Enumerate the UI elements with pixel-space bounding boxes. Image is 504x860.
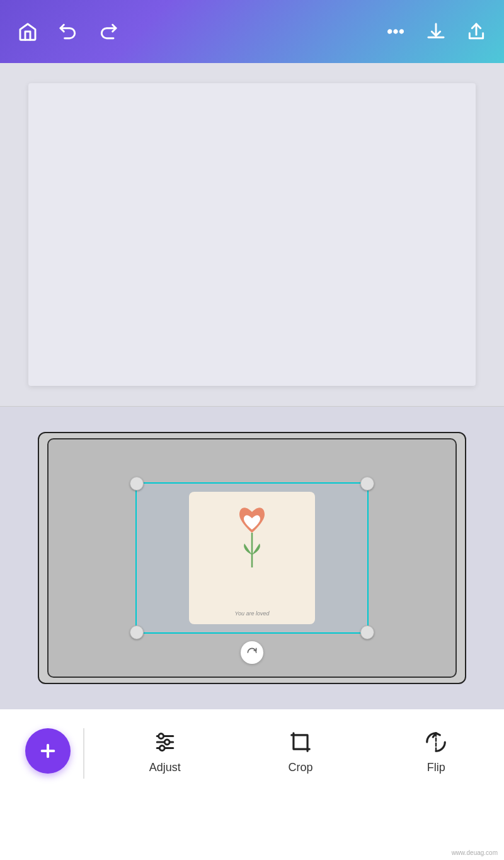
svg-point-9: [164, 740, 169, 745]
canvas-page[interactable]: [28, 83, 476, 386]
crop-icon: [287, 728, 314, 756]
svg-point-2: [400, 30, 403, 33]
svg-point-11: [159, 746, 164, 751]
undo-button[interactable]: [55, 19, 81, 44]
svg-point-7: [158, 734, 163, 739]
adjust-tool[interactable]: Adjust: [134, 728, 197, 774]
top-bar-right-actions: [383, 19, 489, 44]
adjust-label: Adjust: [149, 761, 181, 774]
add-fab-button[interactable]: [25, 728, 71, 774]
crop-handle-bottom-left[interactable]: [130, 625, 144, 639]
flip-icon: [422, 728, 450, 756]
toolbar-divider: [83, 728, 84, 779]
svg-point-0: [389, 30, 391, 33]
flip-tool[interactable]: Flip: [404, 728, 467, 774]
redo-button[interactable]: [96, 19, 121, 44]
home-button[interactable]: [15, 19, 40, 44]
top-bar-left-actions: [15, 19, 121, 44]
share-button[interactable]: [464, 19, 489, 44]
crop-handle-top-right[interactable]: [360, 477, 374, 491]
rotate-handle[interactable]: [241, 641, 263, 664]
svg-point-1: [394, 30, 397, 33]
crop-selection-box[interactable]: You are loved: [135, 482, 369, 634]
crop-tool[interactable]: Crop: [269, 728, 332, 774]
crop-handle-bottom-right[interactable]: [360, 625, 374, 639]
crop-editor-area: You are loved: [0, 407, 504, 709]
crop-label: Crop: [288, 761, 312, 774]
crop-outer-frame: You are loved: [38, 432, 466, 684]
heart-flower-illustration: [220, 498, 284, 595]
flip-label: Flip: [427, 761, 445, 774]
top-navigation-bar: [0, 0, 504, 63]
toolbar-actions: Adjust Crop Flip: [97, 722, 504, 774]
bottom-toolbar: Adjust Crop Flip: [0, 709, 504, 860]
crop-inner-frame: You are loved: [47, 438, 457, 678]
adjust-icon: [151, 728, 179, 756]
card-content: You are loved: [189, 492, 315, 624]
watermark: www.deuag.com: [452, 849, 498, 856]
canvas-area: [0, 63, 504, 407]
crop-handle-top-left[interactable]: [130, 477, 144, 491]
card-text: You are loved: [234, 610, 269, 617]
download-button[interactable]: [423, 19, 449, 44]
more-options-button[interactable]: [383, 19, 408, 44]
